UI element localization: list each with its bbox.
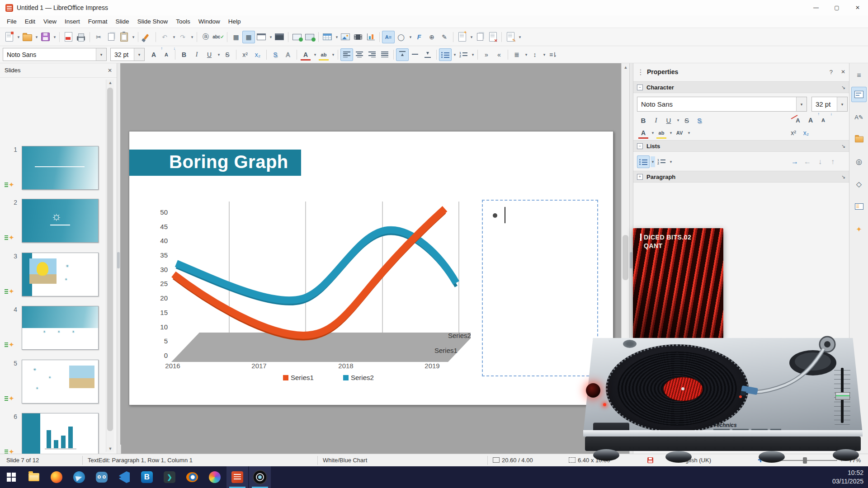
print-button[interactable] (75, 31, 87, 43)
insert-media-button[interactable] (352, 31, 364, 43)
slide-properties-button[interactable] (504, 31, 517, 43)
find-replace-button[interactable]: ⓐ (199, 31, 212, 43)
align-top-button[interactable] (396, 48, 409, 61)
menu-file[interactable]: File (3, 16, 21, 27)
basic-shapes-button[interactable]: ◯ (395, 31, 407, 43)
menu-slide[interactable]: Slide (112, 16, 133, 27)
sidebar-italic-button[interactable]: I (650, 114, 662, 127)
paste-dropdown[interactable]: ▾ (131, 35, 136, 39)
views-dropdown[interactable]: ▾ (269, 35, 273, 39)
hyperlink-button[interactable]: ⊕ (425, 31, 438, 43)
taskbar-file-explorer[interactable] (23, 466, 45, 488)
slide-thumbnail-2[interactable]: ☼ (22, 199, 99, 243)
font-name-dropdown[interactable]: ▾ (96, 48, 106, 61)
duplicate-slide-button[interactable] (474, 31, 486, 43)
sidebar-char-spacing-dropdown[interactable]: ▾ (687, 131, 691, 135)
grow-font-button[interactable]: A↑ (147, 48, 160, 61)
lists-dialog-launcher-icon[interactable]: ↘ (841, 143, 845, 149)
master-slide-button[interactable] (273, 31, 286, 43)
status-cursor-position[interactable]: 20.60 / 4.00 (493, 457, 533, 464)
undo-button[interactable]: ↶ (158, 31, 171, 43)
slide-thumbnail-1[interactable] (22, 146, 99, 190)
move-down-button[interactable]: ↓ (814, 155, 826, 168)
menu-slideshow[interactable]: Slide Show (133, 16, 172, 27)
panel-close-icon[interactable]: ✕ (841, 69, 845, 75)
slides-panel-scrollbar[interactable]: ▲ ▼ (106, 80, 114, 452)
table-dropdown[interactable]: ▾ (335, 35, 339, 39)
font-name-combo[interactable]: Noto Sans ▾ (3, 48, 107, 61)
new-slide-dropdown[interactable]: ▾ (469, 35, 474, 39)
paragraph-spacing-dropdown[interactable]: ▾ (542, 52, 547, 57)
start-button[interactable] (0, 466, 22, 488)
unordered-list-button[interactable] (439, 48, 452, 61)
tab-character-styles[interactable]: A✎ (851, 109, 867, 125)
insert-chart-button[interactable] (364, 31, 377, 43)
sidebar-strikethrough-button[interactable]: S (680, 114, 693, 127)
sidebar-ordered-list-dropdown[interactable]: ▾ (669, 160, 673, 164)
shapes-dropdown[interactable]: ▾ (408, 35, 413, 39)
taskbar-terminal-app[interactable]: ❯ (159, 466, 180, 488)
character-dialog-launcher-icon[interactable]: ↘ (841, 84, 845, 90)
slide-thumbnail-5[interactable]: ✳ ✳ ✳ (22, 360, 99, 404)
scroll-up-icon[interactable]: ▲ (106, 80, 114, 85)
open-button[interactable] (21, 31, 33, 43)
font-size-combo[interactable]: 32 pt ▾ (110, 48, 145, 61)
maximize-button[interactable]: ▢ (826, 0, 847, 15)
ordered-list-dropdown[interactable]: ▾ (471, 52, 475, 57)
delete-slide-button[interactable] (486, 31, 499, 43)
demote-button[interactable]: → (788, 155, 801, 168)
sidebar-underline-dropdown[interactable]: ▾ (676, 118, 680, 122)
taskbar-krita[interactable] (204, 466, 226, 488)
sidebar-grow-font-button[interactable]: A↑ (804, 114, 817, 127)
sidebar-ordered-list-button[interactable] (655, 155, 668, 168)
align-center-button[interactable] (353, 48, 366, 61)
sidebar-superscript-button[interactable]: x² (787, 127, 800, 139)
sidebar-font-size-dropdown[interactable]: ▾ (837, 97, 847, 111)
move-up-button[interactable]: ↑ (826, 155, 839, 168)
shadow-button[interactable]: S (269, 48, 282, 61)
slide-properties-dropdown[interactable]: ▾ (518, 35, 522, 39)
clone-formatting-button[interactable] (141, 31, 153, 43)
sidebar-bold-button[interactable]: B (637, 114, 650, 127)
show-draw-functions-button[interactable]: ✎ (438, 31, 451, 43)
redo-dropdown[interactable]: ▾ (190, 35, 194, 39)
spelling-button[interactable]: abc✓ (212, 31, 225, 43)
taskbar-godot[interactable] (91, 466, 113, 488)
scroll-down-icon[interactable]: ▼ (106, 446, 114, 451)
sidebar-subscript-button[interactable]: x₂ (800, 127, 812, 139)
save-button[interactable] (39, 31, 52, 43)
bold-button[interactable]: B (178, 48, 190, 61)
align-justify-button[interactable] (378, 48, 391, 61)
display-views-button[interactable] (255, 31, 268, 43)
status-template-name[interactable]: White/Blue Chart (323, 457, 367, 464)
scroll-up-icon[interactable]: ▲ (622, 65, 630, 70)
outline-attribute-button[interactable]: A (282, 48, 294, 61)
underline-button[interactable]: U (203, 48, 216, 61)
sidebar-unordered-list-dropdown[interactable]: ▾ (651, 156, 655, 167)
sidebar-clear-formatting-button[interactable]: A (792, 114, 804, 127)
redo-button[interactable]: ↷ (176, 31, 189, 43)
slide-thumbnail-6[interactable] (22, 413, 99, 457)
slide-thumbnail-3[interactable]: ✳ ✳ (22, 253, 99, 296)
minimize-button[interactable]: — (806, 0, 826, 15)
display-grid-button[interactable]: ▦ (230, 31, 242, 43)
taskbar-impress-active[interactable] (226, 466, 248, 488)
sidebar-shrink-font-button[interactable]: A↓ (817, 114, 830, 127)
menu-view[interactable]: View (39, 16, 61, 27)
tab-properties[interactable] (851, 87, 867, 102)
new-document-button[interactable] (3, 31, 15, 43)
superscript-button[interactable]: x² (239, 48, 251, 61)
insert-table-button[interactable] (321, 31, 334, 43)
paragraph-spacing-button[interactable]: ↕ (528, 48, 541, 61)
insert-image-button[interactable] (339, 31, 352, 43)
cut-button[interactable]: ✂ (92, 31, 105, 43)
taskbar-firefox[interactable] (46, 466, 67, 488)
open-dropdown[interactable]: ▾ (34, 35, 39, 39)
line-spacing-dropdown[interactable]: ▾ (524, 52, 528, 57)
sidebar-font-name-dropdown[interactable]: ▾ (796, 97, 807, 111)
taskbar-thunderbird[interactable] (68, 466, 90, 488)
ordered-list-button[interactable] (457, 48, 470, 61)
new-document-dropdown[interactable]: ▾ (16, 35, 21, 39)
menu-format[interactable]: Format (84, 16, 112, 27)
subscript-button[interactable]: x₂ (251, 48, 264, 61)
